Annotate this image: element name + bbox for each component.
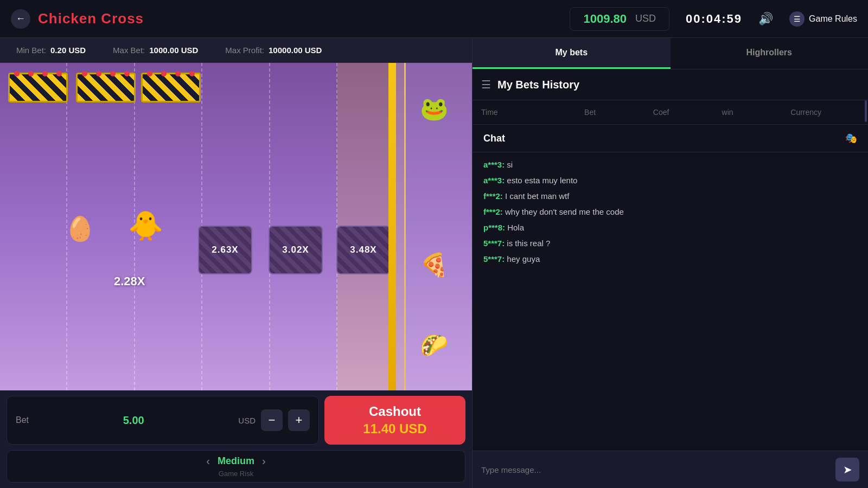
chat-text: is this real ?: [507, 239, 550, 248]
chat-username: a***3:: [483, 176, 507, 185]
chat-message: f***2: why they don't send me the code: [483, 206, 857, 217]
info-bar: Min Bet: 0.20 USD Max Bet: 1000.00 USD M…: [0, 38, 472, 63]
chat-messages: a***3: sia***3: esto esta muy lentof***2…: [473, 152, 868, 451]
mult-tile-3: 3.48X: [336, 226, 391, 274]
tab-my-bets[interactable]: My bets: [473, 38, 671, 69]
risk-value: Medium: [218, 455, 254, 467]
max-bet-info: Max Bet: 1000.00 USD: [113, 46, 198, 55]
right-panel: My bets Highrollers ☰ My Bets History Ti…: [472, 38, 868, 488]
chat-text: esto esta muy lento: [507, 176, 577, 185]
chat-message: 5***7: is this real ?: [483, 237, 857, 249]
dot: [124, 71, 130, 76]
bet-currency-label: USD: [238, 416, 256, 425]
bet-increase-button[interactable]: +: [288, 409, 310, 431]
risk-prev-button[interactable]: ‹: [206, 455, 210, 467]
balance-box: 1009.80 USD: [570, 7, 669, 31]
cashout-label: Cashout: [369, 404, 421, 419]
barrier-1: [8, 73, 68, 102]
max-bet-label: Max Bet:: [113, 46, 145, 55]
barrier-2: [76, 73, 136, 102]
dot: [82, 71, 87, 76]
chat-message: p***8: Hola: [483, 222, 857, 233]
risk-selector: ‹ Medium ›: [16, 455, 456, 467]
dot: [147, 71, 152, 76]
mult-tile-2: 3.02X: [269, 226, 323, 274]
dot: [175, 71, 181, 76]
tabs: My bets Highrollers: [473, 38, 868, 69]
game-rules-button[interactable]: ☰ Game Rules: [789, 11, 857, 27]
yellow-divider: [388, 63, 396, 390]
max-profit-label: Max Profit:: [225, 46, 264, 55]
chat-text: si: [507, 160, 513, 169]
chat-message: a***3: si: [483, 159, 857, 170]
col-time: Time: [481, 108, 584, 117]
sandwich-icon: 🌮: [420, 332, 448, 358]
bets-history-header: ☰ My Bets History: [481, 78, 859, 91]
lane-1: [0, 63, 67, 390]
chat-header: Chat 🎭: [473, 125, 868, 152]
min-bet-label: Min Bet:: [16, 46, 46, 55]
col-currency: Currency: [790, 108, 859, 117]
barrier-3: [141, 73, 201, 102]
dot: [96, 71, 101, 76]
chat-text: why they don't send me the code: [505, 207, 624, 216]
risk-section: ‹ Medium › Game Risk: [7, 450, 465, 483]
chat-message: f***2: I cant bet man wtf: [483, 190, 857, 202]
chat-username: f***2:: [483, 191, 505, 201]
game-area: 🥚 🐥 2.28X 2.63X 3.02X 3.48X 🐸 🍕 🌮: [0, 63, 472, 390]
tab-highrollers[interactable]: Highrollers: [671, 38, 869, 69]
history-icon: ☰: [481, 78, 491, 91]
table-header: Time Bet Coef win Currency: [473, 100, 868, 125]
chat-message: a***3: esto esta muy lento: [483, 175, 857, 186]
game-rules-label: Game Rules: [809, 14, 857, 24]
rules-icon: ☰: [789, 11, 805, 27]
chat-input[interactable]: [481, 465, 830, 474]
min-bet-value: 0.20 USD: [50, 46, 86, 55]
chat-username: 5***7:: [483, 254, 507, 264]
bet-decrease-button[interactable]: −: [261, 409, 283, 431]
chat-section: Chat 🎭 a***3: sia***3: esto esta muy len…: [473, 125, 868, 488]
chat-text: Hola: [507, 223, 524, 232]
scroll-indicator: [865, 100, 867, 122]
game-risk-label: Game Risk: [219, 470, 253, 478]
col-coef: Coef: [653, 108, 722, 117]
chat-username: 5***7:: [483, 239, 507, 248]
chat-title: Chat: [483, 133, 505, 144]
bet-cashout-row: Bet 5.00 USD − + Cashout 11.40 USD: [7, 396, 465, 445]
bet-section: Bet 5.00 USD − +: [7, 396, 319, 445]
max-profit-value: 10000.00 USD: [269, 46, 322, 55]
bet-amount: 5.00: [34, 414, 233, 427]
bottom-controls: Bet 5.00 USD − + Cashout 11.40 USD ‹ Med…: [0, 390, 472, 488]
balance-amount: 1009.80: [583, 12, 627, 26]
dot: [161, 71, 167, 76]
chat-username: f***2:: [483, 207, 505, 216]
chat-send-button[interactable]: ➤: [835, 458, 859, 481]
food-items: 🐸 🍕 🌮: [396, 63, 472, 390]
game-timer: 00:04:59: [686, 12, 742, 26]
min-bet-info: Min Bet: 0.20 USD: [16, 46, 86, 55]
chicken-multiplier: 2.28X: [114, 274, 145, 288]
chat-text: hey guya: [507, 254, 540, 264]
cashout-button[interactable]: Cashout 11.40 USD: [324, 396, 465, 445]
chat-username: p***8:: [483, 223, 507, 232]
dot: [56, 71, 62, 76]
frog-icon: 🐸: [420, 95, 448, 122]
main-content: Min Bet: 0.20 USD Max Bet: 1000.00 USD M…: [0, 38, 868, 488]
bets-history-section: ☰ My Bets History: [473, 69, 868, 100]
chicken-character: 🐥: [128, 209, 163, 242]
chat-input-area: ➤: [473, 451, 868, 488]
max-profit-info: Max Profit: 10000.00 USD: [225, 46, 322, 55]
game-title: Chicken Cross: [38, 10, 144, 27]
sound-button[interactable]: 🔊: [758, 12, 773, 26]
chat-message: 5***7: hey guya: [483, 253, 857, 265]
chat-emoji-button[interactable]: 🎭: [845, 132, 857, 144]
back-icon: ←: [16, 13, 25, 24]
col-win: win: [722, 108, 791, 117]
chat-text: I cant bet man wtf: [505, 191, 569, 201]
egg: 🥚: [65, 215, 95, 243]
dot: [189, 71, 195, 76]
cashout-amount: 11.40 USD: [363, 421, 426, 436]
risk-next-button[interactable]: ›: [262, 455, 266, 467]
back-button[interactable]: ←: [11, 9, 30, 29]
bet-label: Bet: [16, 415, 29, 425]
